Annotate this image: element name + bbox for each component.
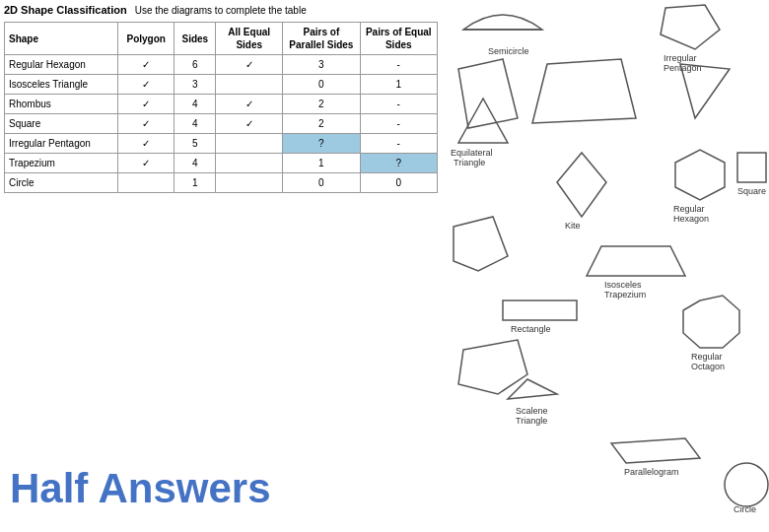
svg-text:Octagon: Octagon	[691, 362, 725, 371]
right-panel: Semicircle Irregular Pentagon Equilatera…	[449, 0, 769, 532]
table-row: Isosceles Triangle✓301	[5, 75, 438, 95]
svg-marker-15	[737, 153, 766, 182]
svg-marker-30	[611, 438, 700, 463]
classification-table: Shape Polygon Sides All Equal Sides Pair…	[4, 22, 438, 193]
svg-marker-1	[661, 5, 720, 49]
table-row: Regular Hexagon✓6✓3-	[5, 55, 438, 75]
svg-text:Trapezium: Trapezium	[604, 290, 646, 299]
svg-text:Isosceles: Isosceles	[604, 280, 642, 290]
svg-text:Regular: Regular	[673, 204, 705, 214]
title-row: 2D Shape Classification Use the diagrams…	[0, 0, 444, 18]
header-polygon: Polygon	[117, 23, 174, 55]
svg-marker-10	[557, 153, 606, 217]
half-answers-label: Half Answers	[10, 465, 271, 512]
svg-text:Irregular: Irregular	[664, 53, 697, 63]
svg-text:Equilateral: Equilateral	[451, 148, 493, 158]
svg-point-32	[725, 463, 768, 506]
svg-text:Triangle: Triangle	[516, 416, 547, 426]
svg-text:Circle: Circle	[734, 504, 756, 514]
svg-marker-26	[458, 340, 527, 394]
svg-marker-5	[532, 59, 636, 123]
header-all-equal: All Equal Sides	[216, 23, 283, 55]
table-row: Circle100	[5, 173, 438, 193]
left-panel: 2D Shape Classification Use the diagrams…	[0, 0, 444, 532]
table-row: Square✓4✓2-	[5, 114, 438, 134]
svg-marker-18	[587, 246, 685, 276]
shapes-diagram: Semicircle Irregular Pentagon Equilatera…	[449, 0, 769, 532]
svg-marker-4	[458, 59, 518, 128]
svg-marker-23	[683, 296, 739, 348]
table-row: Irregular Pentagon✓5?-	[5, 134, 438, 154]
table-row: Rhombus✓4✓2-	[5, 95, 438, 114]
svg-text:Hexagon: Hexagon	[673, 214, 709, 224]
header-equal: Pairs of Equal Sides	[360, 23, 437, 55]
header-shape: Shape	[5, 23, 118, 55]
svg-text:Parallelogram: Parallelogram	[624, 467, 679, 477]
svg-text:Kite: Kite	[565, 221, 581, 231]
svg-marker-12	[675, 150, 725, 200]
svg-marker-21	[503, 300, 577, 320]
svg-marker-17	[454, 217, 508, 271]
svg-text:Triangle: Triangle	[454, 158, 485, 167]
header-parallel: Pairs of Parallel Sides	[283, 23, 360, 55]
svg-text:Scalene: Scalene	[516, 406, 548, 416]
table-row: Trapezium✓41?	[5, 154, 438, 173]
sub-title: Use the diagrams to complete the table	[135, 5, 307, 16]
svg-text:Rectangle: Rectangle	[511, 324, 551, 334]
svg-marker-7	[458, 99, 508, 143]
svg-text:Semicircle: Semicircle	[488, 46, 529, 56]
header-sides: Sides	[175, 23, 216, 55]
svg-text:Square: Square	[737, 186, 766, 196]
main-title: 2D Shape Classification	[4, 4, 127, 16]
svg-text:Regular: Regular	[691, 352, 723, 362]
